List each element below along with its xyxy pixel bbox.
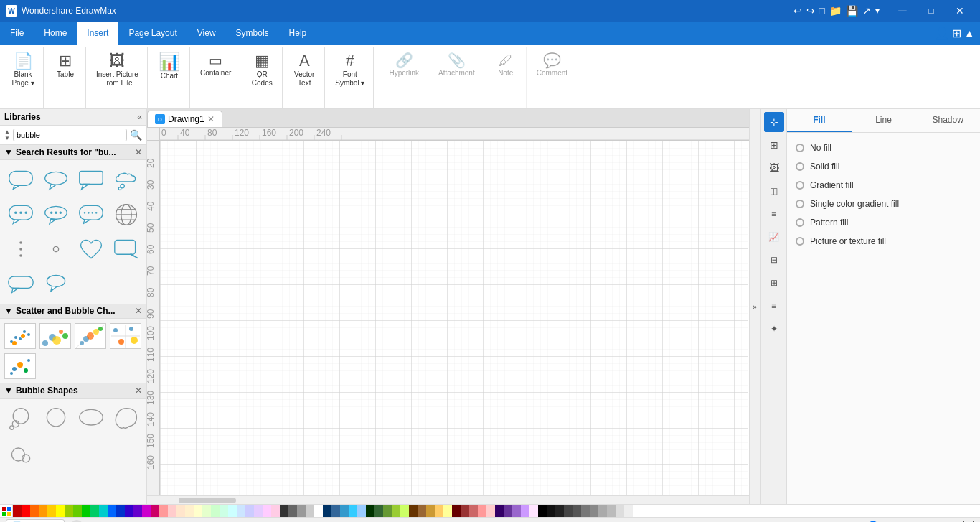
color-swatch[interactable] — [133, 505, 142, 518]
color-palette-icon[interactable] — [0, 505, 13, 518]
shape-heart[interactable] — [75, 233, 107, 265]
color-swatch[interactable] — [590, 505, 598, 518]
chart-btn[interactable]: 📊 Chart — [154, 50, 185, 83]
color-swatch[interactable] — [486, 505, 495, 518]
color-swatch[interactable] — [116, 505, 125, 518]
bubble-figure-2[interactable] — [39, 403, 72, 434]
bubble-shapes-close[interactable]: ✕ — [135, 386, 142, 396]
fill-option-picture[interactable]: Picture or texture fill — [793, 232, 974, 251]
color-swatch[interactable] — [452, 505, 461, 518]
user-icon[interactable]: 👤 — [935, 27, 949, 40]
line-tab[interactable]: Line — [852, 109, 916, 132]
color-swatch[interactable] — [271, 505, 280, 518]
color-swatch[interactable] — [228, 505, 237, 518]
color-swatch[interactable] — [357, 505, 366, 518]
color-swatch[interactable] — [323, 505, 331, 518]
color-swatch[interactable] — [564, 505, 573, 518]
color-swatch[interactable] — [512, 505, 521, 518]
color-swatch[interactable] — [151, 505, 159, 518]
color-swatch[interactable] — [263, 505, 271, 518]
color-swatch[interactable] — [176, 505, 185, 518]
color-swatch[interactable] — [547, 505, 555, 518]
color-swatch[interactable] — [469, 505, 478, 518]
color-swatch[interactable] — [340, 505, 349, 518]
fill-option-solid[interactable]: Solid fill — [793, 157, 974, 176]
shape-oval-bubble[interactable] — [39, 164, 72, 196]
new-btn[interactable]: □ — [819, 5, 825, 17]
shape-small-dots-bubble[interactable] — [75, 199, 107, 230]
color-swatch[interactable] — [616, 505, 624, 518]
shape-dots-bubble[interactable] — [4, 199, 37, 230]
vector-text-btn[interactable]: A VectorText — [288, 50, 320, 90]
color-swatch[interactable] — [30, 505, 39, 518]
color-swatch[interactable] — [73, 505, 82, 518]
color-swatch[interactable] — [254, 505, 263, 518]
color-swatch[interactable] — [288, 505, 297, 518]
fill-option-single-gradient[interactable]: Single color gradient fill — [793, 195, 974, 213]
rs-btn-chart[interactable]: 📈 — [764, 227, 784, 247]
h-scrollbar[interactable] — [147, 495, 749, 504]
page-tab-1[interactable]: 📄 Page-1 ▾ — [6, 519, 65, 522]
collapse-panel-btn[interactable]: » — [749, 109, 760, 504]
bubble-figure-3[interactable] — [75, 403, 107, 434]
color-swatch[interactable] — [245, 505, 254, 518]
color-swatch[interactable] — [573, 505, 581, 518]
color-swatch[interactable] — [202, 505, 211, 518]
color-swatch[interactable] — [366, 505, 374, 518]
sidebar-scroll-up[interactable]: ▲ — [4, 129, 10, 135]
rs-btn-grid[interactable]: ⊞ — [764, 135, 784, 155]
color-swatch[interactable] — [185, 505, 194, 518]
shape-rect-bubble-bottom-left[interactable] — [75, 164, 107, 196]
shape-cloud-bubble[interactable] — [110, 164, 142, 196]
sidebar-scroll-down[interactable]: ▼ — [4, 136, 10, 141]
menu-file[interactable]: File — [0, 22, 34, 45]
color-swatch[interactable] — [108, 505, 116, 518]
color-swatch[interactable] — [306, 505, 314, 518]
undo-btn[interactable]: ↩ — [793, 5, 802, 17]
scatter-bubble-close[interactable]: ✕ — [135, 306, 142, 316]
color-swatch[interactable] — [426, 505, 435, 518]
rs-btn-select[interactable]: ⊹ — [764, 112, 784, 132]
color-swatch[interactable] — [331, 505, 340, 518]
fill-option-gradient[interactable]: Gradient fill — [793, 176, 974, 195]
shadow-tab[interactable]: Shadow — [915, 109, 980, 132]
color-swatch[interactable] — [400, 505, 409, 518]
bubble-shapes-header[interactable]: ▼ Bubble Shapes ✕ — [0, 383, 146, 399]
bubble-figure-1[interactable] — [4, 403, 37, 434]
more-btn[interactable]: ▾ — [875, 6, 880, 16]
scatter-chart-5[interactable] — [4, 353, 36, 379]
color-swatch[interactable] — [314, 505, 323, 518]
container-btn[interactable]: ▭ Container — [196, 50, 235, 80]
shape-chat-bubble-right[interactable] — [110, 233, 142, 265]
color-swatch[interactable] — [90, 505, 99, 518]
color-swatch[interactable] — [598, 505, 607, 518]
color-swatch[interactable] — [409, 505, 418, 518]
insert-picture-btn[interactable]: 🖼 Insert PictureFrom File — [92, 50, 143, 90]
sidebar-collapse-btn[interactable]: « — [137, 112, 142, 122]
qr-codes-btn[interactable]: ▦ QRCodes — [246, 50, 278, 90]
tab-close-btn[interactable]: ✕ — [207, 114, 215, 124]
color-swatch[interactable] — [159, 505, 168, 518]
rs-btn-layout[interactable]: ⊞ — [764, 273, 784, 293]
rs-btn-table[interactable]: ⊟ — [764, 250, 784, 270]
shape-globe[interactable] — [110, 199, 142, 230]
shape-small-circle[interactable] — [39, 233, 72, 265]
color-swatch[interactable] — [194, 505, 202, 518]
color-swatch[interactable] — [297, 505, 306, 518]
color-swatch[interactable] — [237, 505, 245, 518]
rs-btn-notes[interactable]: ≡ — [764, 204, 784, 224]
fill-option-pattern[interactable]: Pattern fill — [793, 213, 974, 232]
menu-symbols[interactable]: Symbols — [226, 22, 279, 45]
drawing-tab[interactable]: D Drawing1 ✕ — [147, 111, 222, 127]
shape-small-bubble[interactable] — [39, 268, 72, 299]
color-swatch[interactable] — [418, 505, 426, 518]
color-swatch[interactable] — [56, 505, 65, 518]
color-swatch[interactable] — [538, 505, 547, 518]
color-swatch[interactable] — [392, 505, 400, 518]
scatter-chart-1[interactable] — [4, 323, 36, 349]
blank-page-btn[interactable]: 📄 BlankPage ▾ — [7, 50, 39, 90]
color-swatch[interactable] — [607, 505, 616, 518]
menu-home[interactable]: Home — [34, 22, 77, 45]
shape-vertical-dots[interactable] — [4, 233, 37, 265]
table-btn[interactable]: ⊞ Table — [50, 50, 81, 82]
